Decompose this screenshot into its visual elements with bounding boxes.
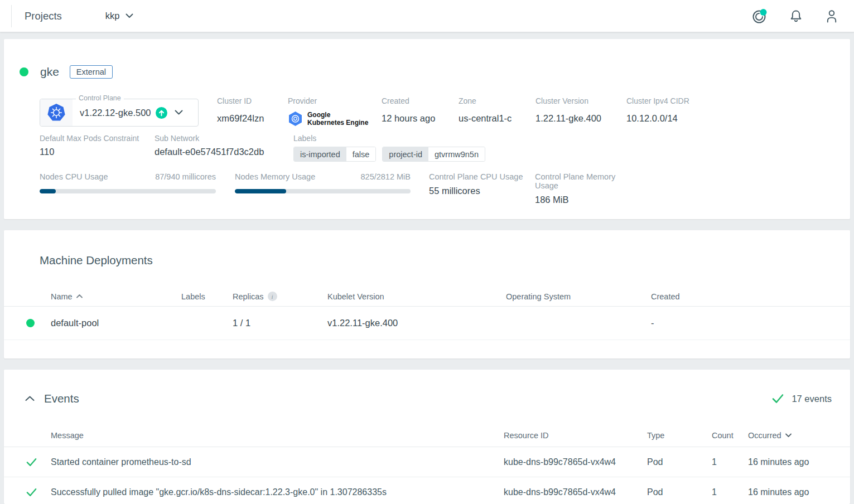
cpu-progress-bar — [40, 189, 216, 193]
sort-by-name[interactable]: Name — [51, 292, 83, 301]
check-icon — [26, 487, 37, 497]
provider-name: Google Kubernetes Engine — [307, 111, 368, 127]
cluster-header: gke External — [4, 39, 850, 79]
cluster-info-row2: Default Max Pods Constraint 110 Sub Netw… — [4, 136, 850, 162]
label-chip: is-imported false — [293, 147, 376, 162]
main-content: gke External Control Plane — [0, 32, 854, 504]
machine-deployments-header: Name Labels Replicas i Kubelet Version O… — [4, 287, 850, 307]
control-plane-memory-usage: Control Plane Memory Usage 186 MiB — [535, 172, 641, 205]
external-badge: External — [70, 65, 113, 79]
help-icon[interactable] — [751, 8, 768, 25]
field-cluster-version: Cluster Version 1.22.11-gke.400 — [535, 96, 626, 124]
project-name: kkp — [105, 11, 120, 21]
cluster-info-row: Control Plane v1.22.12-gke.500 — [4, 99, 850, 127]
events-count: 17 events — [792, 394, 832, 404]
md-status-dot — [26, 319, 35, 327]
bell-icon[interactable] — [788, 8, 804, 24]
events-table-header: Message Resource ID Type Count Occurred — [4, 424, 850, 447]
user-icon[interactable] — [824, 8, 839, 24]
machine-deployments-card: Machine Deployments Name Labels Replicas… — [4, 230, 850, 358]
machine-deployments-title: Machine Deployments — [4, 230, 850, 267]
events-card: Events 17 events Message Resource ID Typ… — [4, 370, 850, 504]
field-cluster-id: Cluster ID xm69f24lzn — [217, 96, 288, 124]
gke-provider-icon — [288, 111, 303, 127]
sort-desc-icon — [785, 433, 792, 437]
nodes-memory-usage: Nodes Memory Usage 825/2812 MiB — [235, 172, 411, 205]
memory-progress-bar — [235, 189, 411, 193]
nav-projects-link[interactable]: Projects — [25, 10, 62, 22]
notification-badge-dot — [760, 9, 767, 16]
event-row: Started container prometheus-to-sd kube-… — [4, 447, 850, 477]
project-selector[interactable]: kkp — [105, 11, 133, 21]
field-cluster-cidr: Cluster Ipv4 CIDR 10.12.0.0/14 — [626, 96, 850, 124]
field-provider: Provider Google Kubernetes Engine — [288, 96, 382, 127]
nodes-cpu-usage: Nodes CPU Usage 87/940 millicores — [40, 172, 216, 205]
control-plane-label: Control Plane — [76, 94, 124, 102]
topbar-divider — [11, 5, 12, 27]
top-bar: Projects kkp — [0, 0, 854, 32]
field-sub-network: Sub Network default-e0e57451f7d3c2db — [155, 134, 293, 162]
events-title: Events — [44, 392, 79, 405]
kubernetes-icon — [40, 99, 73, 126]
field-max-pods: Default Max Pods Constraint 110 — [40, 134, 155, 162]
chevron-down-icon — [126, 13, 133, 18]
replicas-info-icon[interactable]: i — [268, 292, 277, 301]
sort-by-occurred[interactable]: Occurred — [748, 431, 792, 440]
topbar-actions — [751, 8, 854, 25]
cluster-name: gke — [40, 65, 59, 79]
cluster-status-dot — [20, 67, 28, 76]
check-icon — [26, 457, 37, 467]
label-chip: project-id gtvrmw9n5n — [382, 147, 485, 162]
sort-asc-icon — [76, 294, 83, 298]
upgrade-available-icon[interactable] — [156, 107, 167, 119]
field-labels: Labels is-imported false project-id gtvr… — [293, 134, 491, 162]
collapse-events-icon[interactable] — [25, 396, 35, 401]
control-plane-version: v1.22.12-gke.500 — [80, 108, 151, 118]
cluster-details-card: gke External Control Plane — [4, 39, 850, 219]
field-created: Created 12 hours ago — [382, 96, 459, 124]
event-row: Successfully pulled image "gke.gcr.io/k8… — [4, 477, 850, 504]
chevron-down-icon — [175, 110, 183, 115]
events-summary: 17 events — [772, 393, 832, 404]
check-icon — [772, 393, 784, 404]
control-plane-cpu-usage: Control Plane CPU Usage 55 millicores — [429, 172, 535, 205]
usage-row: Nodes CPU Usage 87/940 millicores Nodes … — [4, 172, 850, 205]
events-header: Events 17 events — [4, 370, 850, 405]
control-plane-select[interactable]: Control Plane v1.22.12-gke.500 — [40, 99, 199, 127]
field-zone: Zone us-central1-c — [459, 96, 535, 124]
machine-deployment-row[interactable]: default-pool 1 / 1 v1.22.11-gke.400 - — [4, 307, 850, 340]
